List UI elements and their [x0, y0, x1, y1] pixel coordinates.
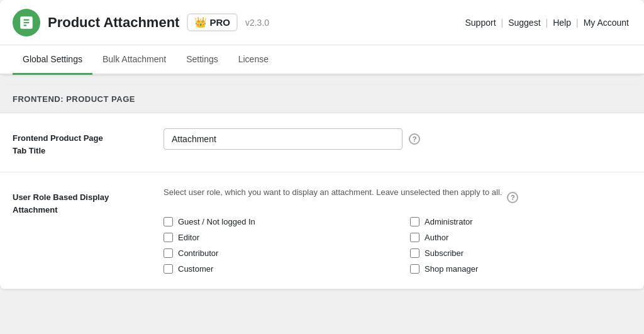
checkbox-author-input[interactable]	[410, 233, 419, 242]
checkbox-subscriber-input[interactable]	[410, 248, 419, 258]
app-title: Product Attachment	[48, 14, 179, 31]
tab-global-settings[interactable]: Global Settings	[13, 45, 92, 75]
checkbox-guest[interactable]: Guest / Not logged In	[164, 217, 385, 226]
checkbox-shop-manager-label: Shop manager	[425, 264, 478, 274]
role-description: Select user role, which you want to disp…	[164, 187, 502, 197]
suggest-link[interactable]: Suggest	[506, 16, 543, 29]
sep3: |	[576, 18, 579, 28]
checkbox-shop-manager[interactable]: Shop manager	[410, 264, 631, 274]
checkbox-guest-label: Guest / Not logged In	[178, 217, 255, 226]
checkbox-author[interactable]: Author	[410, 233, 631, 242]
app-logo-icon	[13, 9, 40, 36]
user-role-label: User Role Based DisplayAttachment	[13, 187, 138, 216]
sep2: |	[546, 18, 548, 28]
checkbox-customer[interactable]: Customer	[164, 264, 385, 274]
checkbox-shop-manager-input[interactable]	[410, 264, 419, 274]
checkbox-editor-label: Editor	[178, 233, 199, 242]
section-header-frontend: FRONTEND: PRODUCT PAGE	[0, 85, 644, 113]
checkbox-guest-input[interactable]	[164, 217, 173, 226]
tab-title-label: Frontend Product PageTab Title	[13, 128, 138, 157]
user-role-content: Select user role, which you want to disp…	[164, 187, 631, 274]
tab-title-help-icon[interactable]: ?	[409, 133, 420, 145]
settings-row-user-role: User Role Based DisplayAttachment Select…	[0, 172, 644, 289]
version-tag: v2.3.0	[245, 18, 269, 28]
checkboxes-grid: Guest / Not logged In Administrator Edit…	[164, 217, 631, 274]
my-account-link[interactable]: My Account	[581, 16, 631, 29]
pro-badge: 👑 PRO	[187, 13, 238, 31]
checkbox-contributor-input[interactable]	[164, 248, 173, 258]
support-link[interactable]: Support	[462, 16, 498, 29]
tab-license[interactable]: License	[228, 45, 279, 75]
checkbox-administrator-input[interactable]	[410, 217, 419, 226]
user-role-help-icon[interactable]: ?	[507, 192, 518, 203]
settings-row-tab-title: Frontend Product PageTab Title ?	[0, 113, 644, 172]
help-link[interactable]: Help	[550, 16, 574, 29]
pro-label: PRO	[209, 17, 230, 28]
crown-icon: 👑	[194, 16, 207, 28]
section-title: FRONTEND: PRODUCT PAGE	[13, 94, 135, 104]
checkbox-editor-input[interactable]	[164, 233, 173, 242]
checkbox-subscriber-label: Subscriber	[425, 248, 464, 258]
tab-bulk-attachment[interactable]: Bulk Attachment	[92, 45, 176, 75]
tab-title-input[interactable]	[164, 128, 402, 150]
checkbox-subscriber[interactable]: Subscriber	[410, 248, 631, 258]
checkbox-administrator[interactable]: Administrator	[410, 217, 631, 226]
tabs-bar: Global Settings Bulk Attachment Settings…	[0, 45, 644, 75]
checkbox-author-label: Author	[425, 233, 448, 242]
main-content-card: FRONTEND: PRODUCT PAGE Frontend Product …	[0, 85, 644, 289]
tab-title-content: ?	[164, 128, 631, 150]
checkbox-contributor[interactable]: Contributor	[164, 248, 385, 258]
checkbox-customer-label: Customer	[178, 264, 213, 274]
checkbox-administrator-label: Administrator	[425, 217, 473, 226]
checkbox-customer-input[interactable]	[164, 264, 173, 274]
checkbox-editor[interactable]: Editor	[164, 233, 385, 242]
checkbox-contributor-label: Contributor	[178, 248, 218, 258]
header-nav: Support | Suggest | Help | My Account	[462, 16, 631, 29]
sep1: |	[501, 18, 504, 28]
tab-settings[interactable]: Settings	[176, 45, 228, 75]
